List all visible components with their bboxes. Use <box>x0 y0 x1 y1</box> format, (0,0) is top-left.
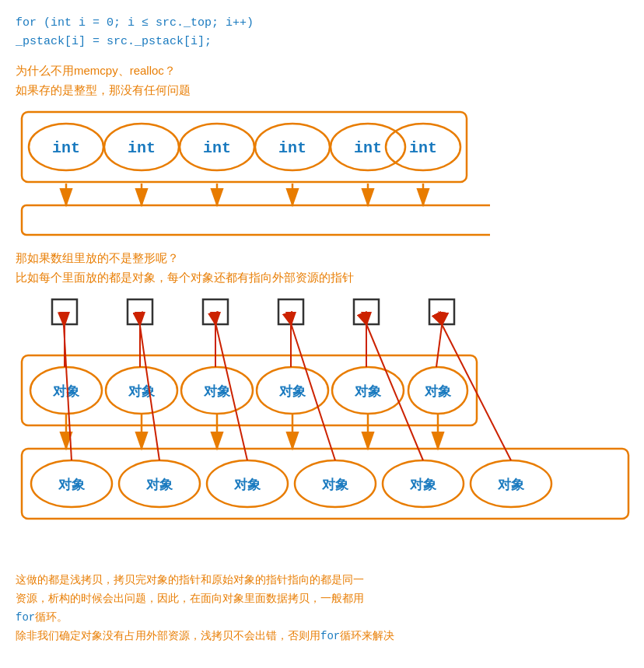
int-diagram: int int int int int int <box>16 106 628 240</box>
svg-text:对象: 对象 <box>203 384 231 399</box>
svg-line-51 <box>436 326 442 367</box>
bottom-desc-line3: for循环。 <box>16 610 68 623</box>
svg-text:对象: 对象 <box>52 384 80 399</box>
svg-text:int: int <box>409 139 437 157</box>
svg-text:对象: 对象 <box>278 384 306 399</box>
svg-rect-19 <box>22 205 490 235</box>
if-obj-text: 比如每个里面放的都是对象，每个对象还都有指向外部资源的指针 <box>16 271 628 285</box>
bottom-desc-line4: 除非我们确定对象没有占用外部资源，浅拷贝不会出错，否则用for循环来解决 <box>16 629 394 642</box>
svg-text:对象: 对象 <box>321 477 349 492</box>
svg-text:对象: 对象 <box>128 384 156 399</box>
svg-text:int: int <box>52 139 80 157</box>
svg-text:对象: 对象 <box>409 477 437 492</box>
svg-text:对象: 对象 <box>145 477 173 492</box>
svg-rect-30 <box>278 299 303 324</box>
code-line-1: for (int i = 0; i ≤ src._top; i++) <box>16 14 628 33</box>
bottom-description: 这做的都是浅拷贝，拷贝完对象的指针和原始对象的指针指向的都是同一 资源，析构的时… <box>16 571 628 646</box>
svg-text:对象: 对象 <box>58 477 86 492</box>
svg-text:int: int <box>354 139 382 157</box>
svg-text:int: int <box>278 139 306 157</box>
svg-text:int: int <box>128 139 156 157</box>
svg-rect-28 <box>128 299 152 324</box>
svg-rect-27 <box>52 299 77 324</box>
svg-rect-32 <box>429 299 454 324</box>
bottom-desc-line1: 这做的都是浅拷贝，拷贝完对象的指针和原始对象的指针指向的都是同一 <box>16 573 364 586</box>
svg-line-76 <box>443 326 511 460</box>
if-not-int-text: 那如果数组里放的不是整形呢？ <box>16 251 628 266</box>
for-keyword-2: for <box>320 630 340 642</box>
code-block: for (int i = 0; i ≤ src._top; i++) _psta… <box>16 14 628 51</box>
svg-text:对象: 对象 <box>233 477 261 492</box>
for-keyword: for <box>16 611 35 624</box>
if-int-text: 如果存的是整型，那没有任何问题 <box>16 83 628 98</box>
obj-diagram-svg: 对象 对象 对象 对象 对象 对象 对象 对象 对象 <box>16 293 638 558</box>
svg-rect-0 <box>22 112 467 182</box>
code-line-2: _pstack[i] = src._pstack[i]; <box>16 33 628 51</box>
bottom-desc-line2: 资源，析构的时候会出问题，因此，在面向对象里面数据拷贝，一般都用 <box>16 592 364 604</box>
svg-rect-31 <box>354 299 379 324</box>
svg-text:对象: 对象 <box>424 384 452 399</box>
int-diagram-svg: int int int int int int <box>16 106 490 238</box>
why-memcpy-text: 为什么不用memcpy、realloc？ <box>16 64 628 79</box>
svg-text:对象: 对象 <box>354 384 382 399</box>
svg-text:对象: 对象 <box>497 477 525 492</box>
svg-text:int: int <box>203 139 231 157</box>
obj-diagram: 对象 对象 对象 对象 对象 对象 对象 对象 对象 <box>16 293 628 560</box>
svg-rect-29 <box>203 299 228 324</box>
